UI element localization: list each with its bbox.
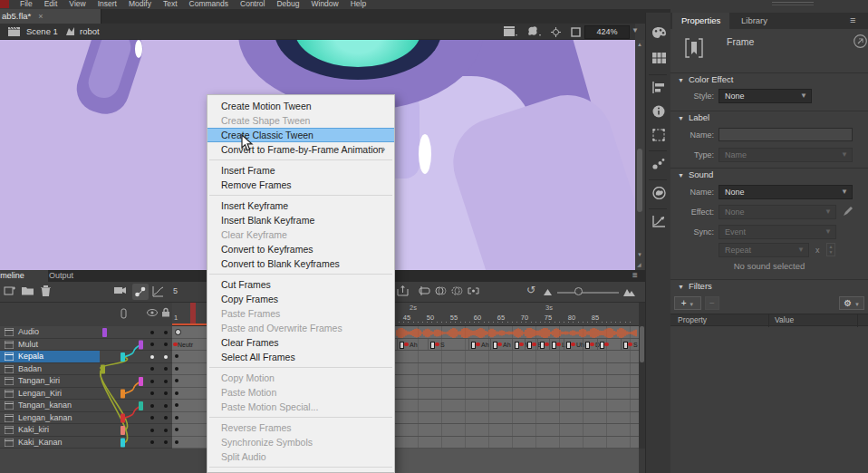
center-stage-icon[interactable] <box>551 27 561 37</box>
timeline-vertical-scrollbar[interactable] <box>639 303 645 449</box>
layer-parent-color-bar[interactable] <box>121 352 125 362</box>
menu-view[interactable]: View <box>69 0 85 8</box>
frame-cell[interactable] <box>172 375 207 388</box>
frame-cell[interactable] <box>172 388 207 401</box>
lock-dot-icon[interactable] <box>164 343 168 346</box>
visibility-dot-icon[interactable] <box>150 440 154 444</box>
menu-window[interactable]: Window <box>311 0 338 8</box>
clip-content-icon[interactable] <box>571 27 581 37</box>
lock-dot-icon[interactable] <box>164 404 168 408</box>
lock-dot-icon[interactable] <box>164 416 168 420</box>
layer-row-kaki-kanan[interactable]: Kaki_Kanan <box>0 437 100 449</box>
menu-item-create-classic-tween[interactable]: Create Classic Tween <box>207 128 394 142</box>
frame-row-badan[interactable] <box>395 363 639 376</box>
lock-dot-icon[interactable] <box>164 429 168 432</box>
frame-cell[interactable] <box>172 400 207 412</box>
tab-properties[interactable]: Properties <box>672 13 729 29</box>
zoom-out-frames-icon[interactable] <box>544 289 556 302</box>
visibility-dot-icon[interactable] <box>150 355 154 359</box>
reset-zoom-icon[interactable]: ↺ <box>526 284 535 296</box>
menu-item-convert-to-keyframes[interactable]: Convert to Keyframes <box>207 242 394 256</box>
menu-text[interactable]: Text <box>163 0 178 8</box>
frame-cell[interactable]: Neutr <box>172 339 207 352</box>
lock-dot-icon[interactable] <box>164 355 168 359</box>
onion-skin-outline-icon[interactable] <box>451 285 464 298</box>
layer-row-tangan-kiri[interactable]: Tangan_kiri <box>0 375 100 388</box>
brush-library-icon[interactable] <box>652 158 665 169</box>
zoom-dropdown-chevron-icon[interactable]: ▼ <box>632 26 639 34</box>
menu-edit[interactable]: Edit <box>44 0 58 8</box>
section-color-effect[interactable]: ▼Color Effect <box>678 74 733 84</box>
new-layer-icon[interactable] <box>4 285 16 298</box>
edit-sound-envelope-icon[interactable] <box>843 206 854 217</box>
show-parenting-view-icon[interactable] <box>132 284 149 300</box>
info-panel-icon[interactable] <box>652 105 665 118</box>
sound-name-dropdown[interactable]: None▼ <box>719 185 853 199</box>
layer-parent-color-bar[interactable] <box>139 377 143 386</box>
visibility-column-icon[interactable] <box>147 309 158 316</box>
layer-parent-color-bar[interactable] <box>121 414 125 423</box>
frame-row-kepala[interactable] <box>395 351 639 363</box>
layer-row-lengan-kiri[interactable]: Lengan_Kiri <box>0 388 100 401</box>
resize-corner-icon[interactable]: ◢ <box>637 261 641 267</box>
frame-cell[interactable] <box>172 437 207 449</box>
menu-item-convert-to-blank-keyframes[interactable]: Convert to Blank Keyframes <box>207 256 394 271</box>
frame-row-mulut[interactable]: AhSAhAhMELUhDS <box>395 339 639 352</box>
layer-row-kaki-kiri[interactable]: Kaki_kiri <box>0 424 100 437</box>
frame-cell[interactable] <box>172 412 207 425</box>
layer-parent-color-bar[interactable] <box>139 401 143 410</box>
layer-parent-color-bar[interactable] <box>121 390 125 399</box>
new-folder-icon[interactable] <box>22 285 34 298</box>
menu-item-insert-blank-keyframe[interactable]: Insert Blank Keyframe <box>207 213 394 227</box>
visibility-dot-icon[interactable] <box>150 343 154 346</box>
scrollbar-thumb[interactable] <box>637 149 642 212</box>
playhead[interactable] <box>190 303 196 324</box>
motion-editor-icon[interactable] <box>652 216 665 227</box>
layer-toggle-cell[interactable] <box>147 326 172 339</box>
filter-options-button[interactable]: ⚙ ▼ <box>839 296 864 310</box>
stage-vertical-scrollbar[interactable]: ▲ ▼ ◢ <box>635 40 644 270</box>
style-dropdown[interactable]: None▼ <box>719 89 812 103</box>
breadcrumb-symbol[interactable]: robot <box>80 24 100 40</box>
scroll-up-icon[interactable]: ▲ <box>637 42 642 47</box>
layer-toggle-cell[interactable] <box>147 363 172 376</box>
layer-parent-color-bar[interactable] <box>101 365 105 374</box>
section-filters[interactable]: ▼Filters <box>678 281 712 291</box>
zoom-level-input[interactable]: 424% <box>584 25 630 39</box>
menu-item-convert-to-frame-by-frame-animation[interactable]: Convert to Frame-by-Frame Animation› <box>207 142 394 157</box>
breadcrumb-scene[interactable]: Scene 1 <box>26 24 58 40</box>
swatches-panel-icon[interactable] <box>652 53 666 63</box>
frame-row-lengan-kanan[interactable] <box>395 412 639 425</box>
menu-item-cut-frames[interactable]: Cut Frames <box>207 277 394 292</box>
layer-row-mulut[interactable]: Mulut <box>0 339 100 352</box>
frames-area-left[interactable]: Neutr <box>172 326 207 449</box>
menu-modify[interactable]: Modify <box>129 0 151 8</box>
section-sound[interactable]: ▼Sound <box>678 169 713 179</box>
export-frames-icon[interactable] <box>397 285 410 298</box>
lock-dot-icon[interactable] <box>164 367 168 371</box>
menu-item-select-all-frames[interactable]: Select All Frames <box>207 350 394 364</box>
menu-item-insert-keyframe[interactable]: Insert Keyframe <box>207 198 394 213</box>
layer-row-audio[interactable]: Audio <box>0 326 100 339</box>
layer-toggle-cell[interactable] <box>147 412 172 425</box>
menu-item-remove-frames[interactable]: Remove Frames <box>207 178 394 192</box>
layer-parent-color-bar[interactable] <box>121 426 125 435</box>
menu-control[interactable]: Control <box>240 0 265 8</box>
tab-output[interactable]: Output <box>42 270 81 282</box>
visibility-dot-icon[interactable] <box>150 380 154 383</box>
frame-row-tangan-kanan[interactable] <box>395 400 639 412</box>
layer-parent-color-bar[interactable] <box>121 439 125 448</box>
layer-parent-color-bar[interactable] <box>139 341 143 350</box>
frame-cell[interactable] <box>172 351 207 363</box>
help-link-icon[interactable] <box>854 34 867 48</box>
visibility-dot-icon[interactable] <box>150 416 154 420</box>
menu-help[interactable]: Help <box>351 0 366 8</box>
tab-library[interactable]: Library <box>732 13 776 29</box>
edit-multiple-frames-icon[interactable] <box>468 285 480 298</box>
menu-commands[interactable]: Commands <box>189 0 228 8</box>
panel-menu-icon[interactable]: ≡ <box>850 14 855 25</box>
graph-editor-icon[interactable] <box>152 285 165 298</box>
layer-parent-color-bar[interactable] <box>102 328 107 337</box>
lock-dot-icon[interactable] <box>164 440 168 444</box>
timeline-scrollbar-thumb[interactable] <box>640 326 644 362</box>
